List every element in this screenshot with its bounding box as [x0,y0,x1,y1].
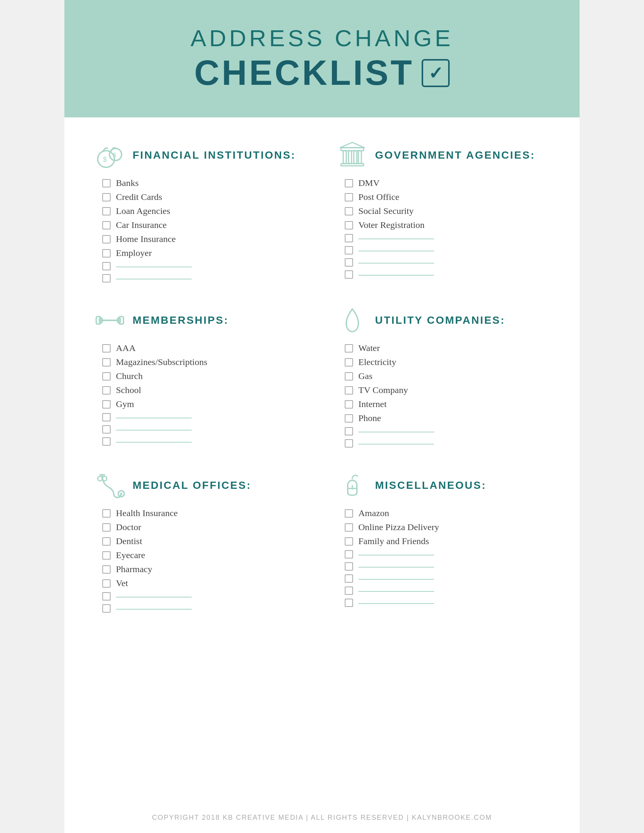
government-checklist: DMV Post Office Social Security Voter Re… [337,178,549,283]
checkbox[interactable] [345,386,353,394]
list-item [102,437,307,445]
checkbox[interactable] [102,358,111,367]
checkbox[interactable] [102,386,111,394]
water-drop-icon [337,305,367,336]
list-item [345,439,549,447]
section-misc: MISCELLANEOUS: Amazon Online Pizza Deliv… [337,470,549,616]
list-item: Internet [345,399,549,409]
utility-checklist: Water Electricity Gas TV Company Interne… [337,343,549,451]
list-item [345,587,549,595]
svg-point-19 [98,476,102,481]
section-financial-title: FINANCIAL INSTITUTIONS: [133,149,296,161]
checkbox[interactable] [345,439,353,447]
checkbox[interactable] [345,207,353,215]
checkbox[interactable] [345,358,353,367]
checkbox[interactable] [345,427,353,436]
checkbox[interactable] [345,179,353,187]
checkbox[interactable] [102,400,111,408]
list-item: Electricity [345,357,549,367]
list-item: Online Pizza Delivery [345,522,549,532]
svg-rect-6 [343,151,346,164]
list-item: Phone [345,413,549,423]
checkbox[interactable] [345,562,353,571]
checkbox[interactable] [345,550,353,558]
section-medical: MEDICAL OFFICES: Health Insurance Doctor… [95,470,307,616]
header: ADDRESS CHANGE CHECKLIST [64,0,580,117]
stethoscope-icon [95,470,125,500]
svg-rect-8 [354,151,357,164]
checkbox[interactable] [102,221,111,230]
svg-text:$: $ [113,152,116,158]
list-item [345,562,549,571]
list-item [102,425,307,434]
list-item: DMV [345,178,549,188]
checkbox[interactable] [345,414,353,423]
checkbox[interactable] [102,509,111,518]
list-item: Amazon [345,508,549,518]
list-item: Water [345,343,549,353]
checkbox[interactable] [102,537,111,546]
checkbox[interactable] [345,537,353,546]
checkbox[interactable] [102,262,111,270]
section-utility-title: UTILITY COMPANIES: [375,314,506,326]
government-icon [337,140,367,170]
section-government-header: GOVERNMENT AGENCIES: [337,140,549,170]
list-item [345,574,549,583]
checkbox[interactable] [102,425,111,434]
section-utility-header: UTILITY COMPANIES: [337,305,549,336]
footer: COPYRIGHT 2018 KB CREATIVE MEDIA | ALL R… [64,814,580,822]
checkbox[interactable] [102,207,111,215]
list-item: Voter Registration [345,220,549,230]
list-item: Car Insurance [102,220,307,230]
list-item: Banks [102,178,307,188]
list-item [102,592,307,600]
checkbox[interactable] [345,221,353,230]
checkbox[interactable] [345,509,353,518]
checkbox[interactable] [102,179,111,187]
checkbox[interactable] [345,193,353,201]
checkbox[interactable] [102,274,111,283]
list-item [102,413,307,421]
mouse-icon [337,470,367,500]
checkbox[interactable] [345,574,353,583]
checkbox[interactable] [102,193,111,201]
checkbox[interactable] [345,258,353,267]
list-item [345,234,549,242]
checkbox[interactable] [345,599,353,607]
list-item [345,550,549,558]
checkbox[interactable] [345,270,353,279]
checkbox[interactable] [102,235,111,243]
section-misc-title: MISCELLANEOUS: [375,479,486,492]
list-item [102,274,307,283]
checkbox[interactable] [345,344,353,352]
list-item: Magazines/Subscriptions [102,357,307,367]
checkbox[interactable] [345,587,353,595]
checkbox[interactable] [345,523,353,532]
checkbox[interactable] [102,344,111,352]
page: ADDRESS CHANGE CHECKLIST $ $ [64,0,580,833]
checkbox[interactable] [102,604,111,613]
checkbox[interactable] [102,437,111,445]
checkbox[interactable] [102,249,111,257]
header-line1: ADDRESS CHANGE [190,25,454,51]
checkbox[interactable] [102,413,111,421]
checkbox[interactable] [345,400,353,408]
checkbox[interactable] [345,246,353,254]
list-item: Family and Friends [345,536,549,547]
checkbox[interactable] [345,234,353,242]
list-item [102,604,307,613]
checkbox[interactable] [102,372,111,381]
list-item [102,262,307,270]
list-item: Gas [345,371,549,381]
checkbox[interactable] [345,372,353,381]
checkbox[interactable] [102,565,111,574]
checkbox[interactable] [102,523,111,532]
list-item [345,599,549,607]
medical-checklist: Health Insurance Doctor Dentist Eyecare … [95,508,307,616]
list-item: Pharmacy [102,564,307,574]
checkbox[interactable] [102,592,111,600]
checkbox[interactable] [102,551,111,560]
section-financial-header: $ $ FINANCIAL INSTITUTIONS: [95,140,307,170]
svg-rect-7 [349,151,351,164]
checkbox[interactable] [102,579,111,588]
